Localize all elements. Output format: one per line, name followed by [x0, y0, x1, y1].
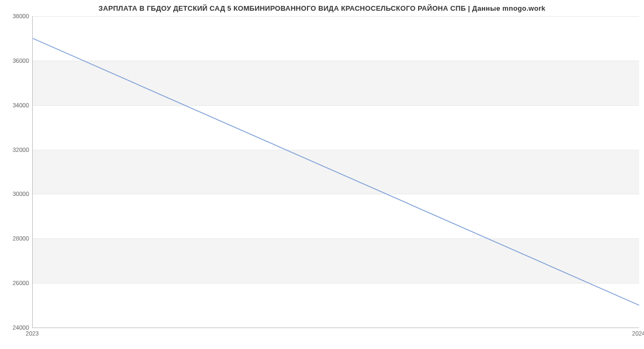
chart-title: ЗАРПЛАТА В ГБДОУ ДЕТСКИЙ САД 5 КОМБИНИРО…: [0, 4, 644, 12]
y-tick-label: 26000: [2, 280, 29, 286]
x-tick-label: 2023: [26, 330, 39, 337]
y-tick-label: 38000: [2, 13, 29, 19]
y-tick-label: 30000: [2, 191, 29, 197]
plot-area: [32, 16, 639, 328]
y-tick-label: 36000: [2, 57, 29, 64]
chart-line: [33, 16, 639, 328]
y-tick-label: 34000: [2, 102, 29, 108]
y-tick-label: 24000: [2, 324, 29, 331]
gridline: [33, 328, 639, 328]
y-tick-label: 28000: [2, 235, 29, 242]
chart-container: ЗАРПЛАТА В ГБДОУ ДЕТСКИЙ САД 5 КОМБИНИРО…: [0, 0, 644, 349]
x-tick-label: 2024: [632, 330, 644, 337]
y-tick-label: 32000: [2, 147, 29, 153]
